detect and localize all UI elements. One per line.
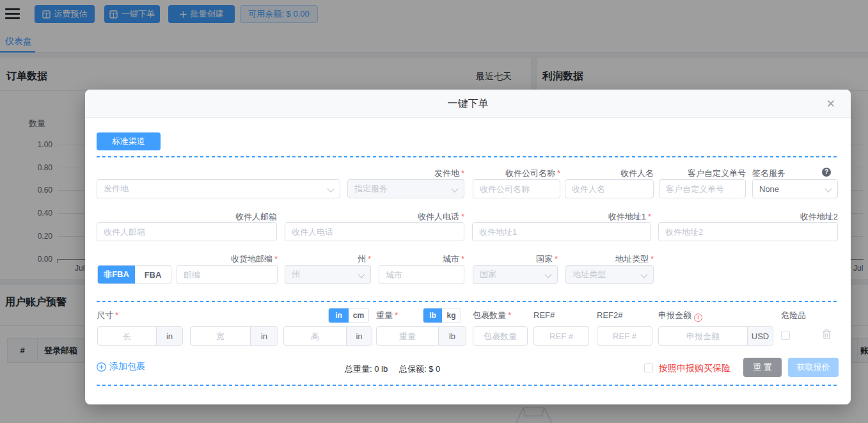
- fba-option-non-fba[interactable]: 非FBA: [98, 266, 135, 283]
- chevron-down-icon: [825, 185, 832, 192]
- dashed-divider: [97, 156, 838, 157]
- unit-in[interactable]: in: [329, 308, 349, 323]
- length-field: in: [97, 326, 183, 346]
- chevron-down-icon: [640, 271, 647, 278]
- country-select[interactable]: 国家: [473, 265, 558, 284]
- signature-service-label: 签名服务: [752, 168, 785, 179]
- address2-input[interactable]: [658, 222, 838, 241]
- dashed-divider: [97, 385, 838, 386]
- width-field: in: [190, 326, 278, 346]
- weight-label: 重量*: [376, 310, 398, 321]
- height-field: in: [283, 326, 372, 346]
- state-select[interactable]: 州: [285, 265, 371, 284]
- ref2-input[interactable]: [597, 326, 652, 346]
- recipient-name-input[interactable]: [565, 179, 654, 198]
- city-label: 城市*: [379, 253, 464, 264]
- fba-toggle: 非FBA FBA: [97, 265, 171, 284]
- declared-value-label: 申报金额!: [658, 310, 702, 321]
- package-qty-label: 包裹数量*: [473, 310, 511, 321]
- weight-unit-suffix: lb: [438, 327, 466, 345]
- declared-value-input[interactable]: [659, 327, 747, 345]
- chevron-down-icon: [327, 185, 334, 192]
- declared-value-field: USD: [658, 326, 773, 346]
- address-type-label: 地址类型*: [565, 253, 654, 264]
- city-input[interactable]: [379, 265, 464, 284]
- zip-input[interactable]: [177, 265, 278, 284]
- ship-from-select[interactable]: 发件地: [97, 179, 340, 198]
- zip-label: 收货地邮编*: [177, 253, 278, 264]
- unit-cm[interactable]: cm: [349, 308, 368, 323]
- reset-button[interactable]: 重 置: [743, 358, 782, 377]
- unit-lb[interactable]: lb: [423, 308, 442, 323]
- insurance-checkbox[interactable]: [644, 363, 653, 372]
- modal-header: 一键下单 ✕: [85, 90, 851, 118]
- package-qty-input[interactable]: [473, 326, 528, 346]
- weight-field: lb: [376, 326, 466, 346]
- weight-input[interactable]: [377, 327, 438, 345]
- address1-label: 收件地址1*: [472, 211, 651, 222]
- help-icon[interactable]: ?: [822, 168, 831, 177]
- chevron-down-icon: [358, 271, 365, 278]
- info-icon[interactable]: !: [694, 314, 702, 322]
- add-package-label: 添加包裹: [109, 361, 145, 372]
- recipient-phone-label: 收件人电话*: [285, 211, 464, 222]
- custom-order-no-label: 客户自定义单号: [659, 168, 746, 179]
- modal-title: 一键下单: [85, 90, 851, 118]
- address2-label: 收件地址2: [658, 211, 838, 222]
- fba-option-fba[interactable]: FBA: [135, 266, 171, 283]
- address1-input[interactable]: [472, 222, 651, 241]
- size-label: 尺寸*: [97, 310, 118, 321]
- height-unit-suffix: in: [346, 327, 372, 345]
- ref2-label: REF2#: [597, 310, 622, 321]
- height-input[interactable]: [284, 327, 346, 345]
- recipient-name-label: 收件人名: [565, 168, 654, 179]
- dimension-unit-toggle: in cm: [328, 308, 369, 323]
- ref-input[interactable]: [533, 326, 589, 346]
- company-input[interactable]: [473, 179, 560, 198]
- ref-label: REF#: [533, 310, 555, 321]
- unit-kg[interactable]: kg: [442, 308, 461, 323]
- country-label: 国家*: [473, 253, 558, 264]
- circle-plus-icon: [97, 362, 106, 372]
- ship-from-label: 发件地*: [97, 168, 464, 179]
- chevron-down-icon: [544, 271, 551, 278]
- length-input[interactable]: [98, 327, 156, 345]
- add-package-link[interactable]: 添加包裹: [97, 361, 145, 372]
- trash-icon[interactable]: [822, 329, 832, 342]
- dangerous-goods-checkbox[interactable]: [781, 331, 790, 340]
- weight-unit-toggle: lb kg: [423, 308, 461, 323]
- custom-order-no-input[interactable]: [659, 179, 746, 198]
- width-input[interactable]: [191, 327, 250, 345]
- close-icon[interactable]: ✕: [823, 90, 839, 118]
- company-label: 收件公司名称*: [473, 168, 560, 179]
- state-label: 州*: [285, 253, 371, 264]
- get-quote-button[interactable]: 获取报价: [788, 358, 839, 377]
- chevron-down-icon: [451, 185, 458, 192]
- page: 运费预估 一键下单 批量创建 可用余额: $ 0.00 仪表盘 订单数据 最近七…: [0, 0, 868, 423]
- address-type-select[interactable]: 地址类型: [565, 265, 654, 284]
- signature-service-select[interactable]: None: [752, 179, 838, 198]
- service-select[interactable]: 指定服务: [347, 179, 464, 198]
- recipient-phone-input[interactable]: [285, 222, 464, 241]
- standard-channel-button[interactable]: 标准渠道: [97, 132, 161, 150]
- insurance-label: 按照申报购买保险: [659, 363, 730, 374]
- length-unit-suffix: in: [156, 327, 182, 345]
- one-click-order-modal: 一键下单 ✕ 标准渠道 发件地* 收件公司名称* 收件人名 客户自定义单号 签名…: [85, 90, 851, 404]
- recipient-email-input[interactable]: [97, 222, 277, 241]
- width-unit-suffix: in: [250, 327, 278, 345]
- currency-suffix: USD: [747, 327, 773, 345]
- recipient-email-label: 收件人邮箱: [97, 211, 277, 222]
- dashed-divider: [97, 301, 838, 302]
- total-insurance-text: 总保额: $ 0: [399, 363, 440, 375]
- total-weight-text: 总重量: 0 lb: [345, 363, 388, 375]
- dangerous-goods-label: 危险品: [781, 310, 806, 321]
